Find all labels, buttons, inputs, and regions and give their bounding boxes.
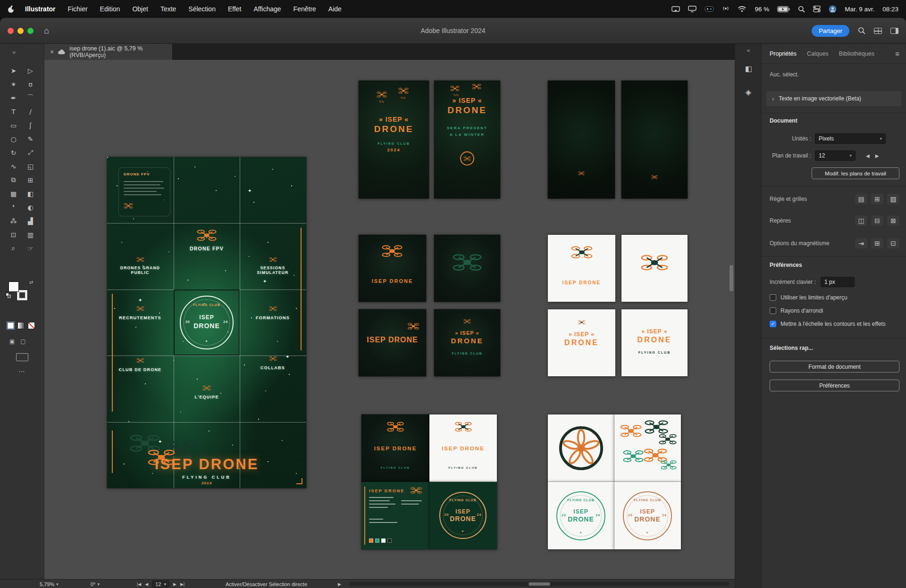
selection-tool[interactable]: ➤: [7, 64, 21, 77]
gradient-button[interactable]: [17, 322, 25, 329]
user-avatar-icon[interactable]: [829, 5, 837, 13]
lasso-tool[interactable]: ʊ: [24, 77, 38, 91]
menu-item[interactable]: Effet: [228, 5, 242, 13]
artboard-story-promo[interactable]: ∿∿ ∿∿ » ISEP « DRONE FLYING CLUB 2024: [359, 81, 429, 199]
artboard-number-field[interactable]: 12 ▾: [152, 580, 169, 588]
home-icon[interactable]: ⌂: [44, 26, 49, 36]
document-tab[interactable]: × isep drone (1).aic @ 5,79 % (RVB/Aperç…: [44, 44, 173, 60]
artboard-select[interactable]: 12 ▾: [815, 150, 856, 161]
statusbar-flyout-icon[interactable]: ▶: [338, 580, 341, 588]
checkbox-icon[interactable]: [770, 307, 776, 314]
preference-checkbox-row[interactable]: Mettre à l'échelle les contours et les e…: [770, 317, 899, 331]
blend-tool[interactable]: ◐: [24, 200, 38, 214]
menu-item[interactable]: Aide: [328, 5, 342, 13]
prev-artboard-button[interactable]: ◀: [863, 153, 872, 158]
artboard-logo-white-1[interactable]: ISEP DRONE: [548, 235, 615, 302]
tab-proprietes[interactable]: Propriétés: [770, 50, 797, 57]
artboard-story-event[interactable]: ∿∿ » ISEP « DRONE SERA PRESENT A LA WINT…: [434, 81, 500, 199]
none-button[interactable]: [28, 322, 35, 329]
menu-item[interactable]: Texte: [160, 5, 176, 13]
camera-housing-icon[interactable]: [705, 6, 714, 12]
artboard-brand-guide-card[interactable]: ISEP DRONE: [361, 482, 429, 549]
smart-guides-icon[interactable]: ⊠: [887, 215, 899, 226]
next-artboard-icon[interactable]: ▶: [173, 582, 176, 587]
snap-to-point-icon[interactable]: ⇥: [855, 238, 867, 248]
artboard-dark-empty-1[interactable]: [548, 81, 615, 199]
airplay-audio-icon[interactable]: [722, 6, 730, 12]
artboard-logo-dark-3[interactable]: ISEP DRONE: [359, 309, 426, 376]
artboard-brand-white[interactable]: ISEP DRONE FLYING CLUB: [429, 414, 497, 482]
show-guides-icon[interactable]: ◫: [855, 215, 867, 226]
eyedropper-tool[interactable]: ❜: [7, 200, 21, 214]
zoom-tool[interactable]: ⌕: [7, 241, 21, 255]
width-tool[interactable]: ∿: [7, 159, 21, 173]
curvature-tool[interactable]: ⌒: [24, 91, 38, 105]
menu-item[interactable]: Objet: [132, 5, 148, 13]
type-tool[interactable]: T: [7, 105, 21, 118]
keyboard-increment-field[interactable]: 1 px: [821, 277, 855, 287]
screen-mirroring-icon[interactable]: [671, 6, 680, 12]
mesh-tool[interactable]: ▦: [7, 187, 21, 200]
units-select[interactable]: Pixels ▾: [815, 133, 886, 144]
transparency-grid-icon[interactable]: ▨: [887, 194, 899, 204]
menu-item[interactable]: Sélection: [188, 5, 216, 13]
fill-color-button[interactable]: [7, 322, 14, 329]
snap-to-pixel-icon[interactable]: ⊡: [887, 238, 899, 248]
menu-item[interactable]: Fenêtre: [294, 5, 316, 13]
artboard-stamp-teal[interactable]: FLYING CLUB 20 24 ISEP DRONE ✦: [548, 482, 614, 549]
ellipse-tool[interactable]: ○: [7, 132, 21, 146]
checkbox-icon[interactable]: [770, 321, 776, 327]
minimize-window-icon[interactable]: [17, 28, 24, 34]
snap-to-grid-icon[interactable]: ⊞: [871, 238, 883, 248]
draw-normal-icon[interactable]: ▣: [9, 338, 15, 345]
swap-fill-stroke-icon[interactable]: ⇄: [29, 280, 33, 285]
artboard-brand-dark[interactable]: ISEP DRONE FLYING CLUB: [361, 414, 429, 482]
wifi-icon[interactable]: [738, 6, 747, 12]
control-center-icon[interactable]: [813, 6, 821, 12]
symbol-sprayer-tool[interactable]: ⁂: [7, 214, 21, 228]
artboard-propeller[interactable]: [548, 414, 614, 482]
artboard-logo-white-3[interactable]: » ISEP « DRONE: [548, 309, 615, 376]
artboard-drone-cluster[interactable]: [614, 414, 681, 482]
perspective-grid-tool[interactable]: ⊞: [24, 173, 38, 187]
free-transform-tool[interactable]: ◱: [24, 159, 38, 173]
menu-item[interactable]: Affichage: [253, 5, 281, 13]
scale-tool[interactable]: ⤢: [24, 146, 38, 159]
artboard-logo-dark-2[interactable]: [434, 235, 500, 302]
rectangle-tool[interactable]: ▭: [7, 118, 21, 132]
rotate-tool[interactable]: ↻: [7, 146, 21, 159]
first-artboard-icon[interactable]: |◀: [137, 582, 141, 587]
artboard-logo-white-4[interactable]: » ISEP « DRONE FLYING CLUB: [621, 309, 688, 376]
menubar-date[interactable]: Mar. 9 avr.: [845, 6, 874, 13]
swatches-panel-icon[interactable]: ◧: [742, 62, 755, 75]
artboard-poster[interactable]: ✦ ✦ ✦ ✦ ✦ DRONE FPV: [107, 157, 306, 488]
screen-mode-button[interactable]: [16, 353, 28, 361]
menu-item[interactable]: Edition: [100, 5, 120, 13]
beta-feature-row[interactable]: › Texte en image vectorielle (Beta): [766, 91, 901, 106]
artboard-stamp-rust[interactable]: FLYING CLUB 20 24 ISEP DRONE ✦: [614, 482, 681, 549]
preference-checkbox-row[interactable]: Utiliser les limites d'aperçu: [770, 291, 899, 304]
draw-behind-icon[interactable]: ▢: [20, 338, 25, 345]
preference-checkbox-row[interactable]: Rayons d'arrondi: [770, 304, 899, 317]
canvas-vertical-scrollbar[interactable]: [730, 265, 733, 291]
workspace-switcher-icon[interactable]: [890, 28, 898, 34]
document-setup-button[interactable]: Format de document: [770, 361, 899, 373]
search-icon[interactable]: [858, 27, 865, 34]
pencil-tool[interactable]: ✎: [24, 132, 38, 146]
share-button[interactable]: Partager: [812, 25, 849, 37]
tab-calques[interactable]: Calques: [807, 50, 829, 57]
scrollbar-thumb[interactable]: [528, 582, 550, 586]
edit-toolbar-icon[interactable]: ⋯: [0, 367, 44, 375]
artboard-tool[interactable]: ⊡: [7, 228, 21, 241]
preferences-button[interactable]: Préférences: [770, 380, 899, 391]
menubar-time[interactable]: 08:23: [882, 6, 898, 13]
prev-artboard-icon[interactable]: ◀: [145, 582, 148, 587]
apple-logo-icon[interactable]: [8, 5, 15, 13]
arrange-documents-icon[interactable]: [874, 28, 882, 34]
magic-wand-tool[interactable]: ✶: [7, 77, 21, 91]
slice-tool[interactable]: ▥: [24, 228, 38, 241]
close-tab-icon[interactable]: ×: [50, 48, 54, 56]
show-grid-icon[interactable]: ⊞: [871, 194, 883, 204]
direct-selection-tool[interactable]: ▷: [24, 64, 38, 77]
artboard-logo-white-2[interactable]: [621, 235, 688, 302]
